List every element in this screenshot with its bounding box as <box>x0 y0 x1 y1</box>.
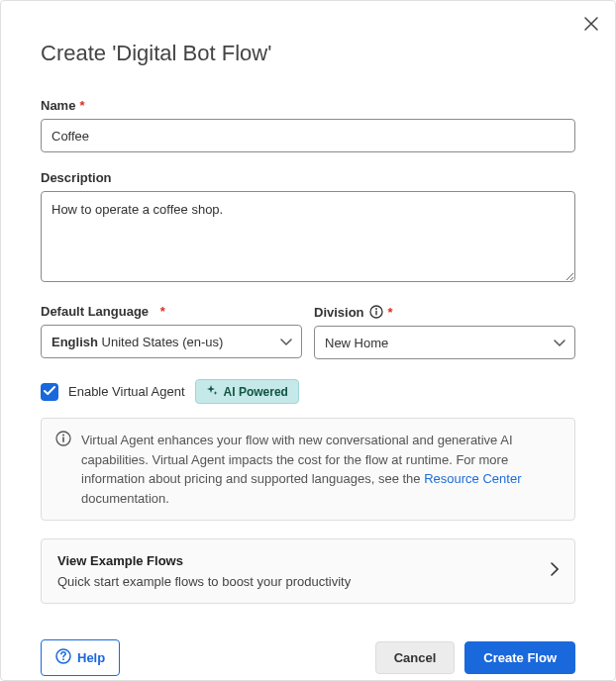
dialog-footer: Help Cancel Create Flow <box>41 639 575 676</box>
division-label: Division * <box>314 304 575 320</box>
required-indicator: * <box>388 305 393 320</box>
svg-rect-5 <box>62 438 64 442</box>
help-button[interactable]: Help <box>41 639 120 676</box>
example-flows-panel[interactable]: View Example Flows Quick start example f… <box>41 538 575 604</box>
info-text-post: documentation. <box>81 491 169 506</box>
example-flows-content: View Example Flows Quick start example f… <box>57 553 351 589</box>
help-icon <box>55 648 71 667</box>
language-selected-locale: United States (en-us) <box>102 335 224 349</box>
dialog-title: Create 'Digital Bot Flow' <box>41 41 575 66</box>
sparkle-icon <box>206 384 218 399</box>
example-flows-subtitle: Quick start example flows to boost your … <box>57 574 351 589</box>
info-text: Virtual Agent enhances your flow with ne… <box>81 431 561 508</box>
create-flow-button[interactable]: Create Flow <box>464 641 575 674</box>
division-field: Division * New Home <box>314 304 575 359</box>
create-flow-dialog: Create 'Digital Bot Flow' Name * Descrip… <box>0 0 616 681</box>
virtual-agent-label: Enable Virtual Agent <box>68 384 185 399</box>
language-field: Default Language * English United States… <box>41 304 302 359</box>
checkmark-icon <box>44 384 55 399</box>
description-label: Description <box>41 170 575 185</box>
footer-actions: Cancel Create Flow <box>375 641 575 674</box>
svg-point-4 <box>62 435 64 437</box>
info-panel: Virtual Agent enhances your flow with ne… <box>41 418 575 521</box>
name-input[interactable] <box>41 119 575 152</box>
name-label: Name * <box>41 98 575 113</box>
description-label-text: Description <box>41 170 112 185</box>
lang-division-row: Default Language * English United States… <box>41 304 575 359</box>
close-icon <box>584 17 598 34</box>
close-button[interactable] <box>581 15 601 35</box>
division-selected: New Home <box>325 336 388 350</box>
name-field: Name * <box>41 98 575 152</box>
description-input[interactable] <box>41 191 575 282</box>
resource-center-link[interactable]: Resource Center <box>424 471 521 486</box>
required-indicator: * <box>160 304 165 319</box>
svg-rect-2 <box>375 311 376 316</box>
division-select[interactable]: New Home <box>314 326 575 359</box>
division-label-text: Division <box>314 305 364 320</box>
ai-badge-text: AI Powered <box>224 385 288 399</box>
virtual-agent-row: Enable Virtual Agent AI Powered <box>41 379 575 404</box>
info-icon <box>55 431 71 508</box>
svg-point-1 <box>375 308 377 310</box>
language-select[interactable]: English United States (en-us) <box>41 325 302 358</box>
help-button-label: Help <box>77 650 105 665</box>
info-icon[interactable] <box>368 304 384 320</box>
description-field: Description <box>41 170 575 286</box>
cancel-button[interactable]: Cancel <box>375 641 456 674</box>
language-selected-name: English <box>51 335 98 349</box>
required-indicator: * <box>79 98 84 113</box>
language-label-text: Default Language <box>41 304 149 319</box>
enable-virtual-agent-checkbox[interactable] <box>41 383 58 401</box>
language-label: Default Language * <box>41 304 302 319</box>
example-flows-title: View Example Flows <box>57 553 351 568</box>
ai-powered-badge: AI Powered <box>195 379 299 404</box>
chevron-right-icon <box>551 562 559 580</box>
svg-point-7 <box>62 658 64 660</box>
name-label-text: Name <box>41 98 75 113</box>
